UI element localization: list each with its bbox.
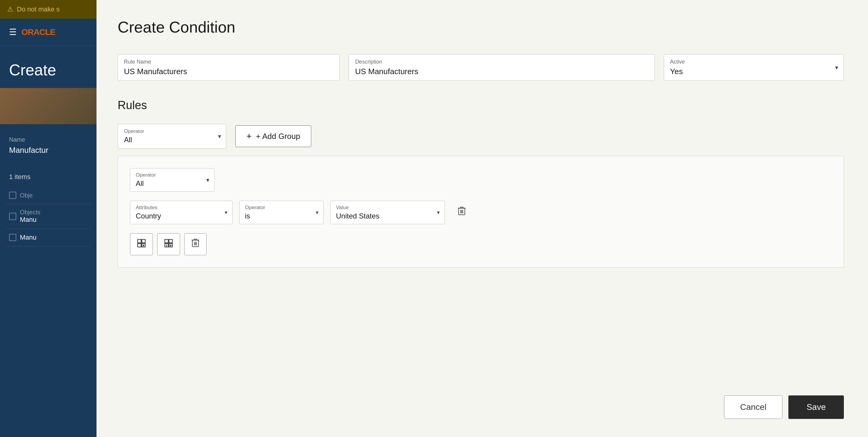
add-sub-group-icon [164, 239, 173, 250]
footer-row: Cancel Save [724, 395, 844, 419]
attributes-label: Attributes [136, 205, 218, 211]
group-operator-row: Operator All ▾ [130, 168, 832, 192]
svg-rect-14 [165, 240, 168, 243]
sidebar-name-value: Manufactur [9, 145, 88, 155]
delete-group-button[interactable] [184, 233, 207, 255]
condition-operator-label: Operator [245, 205, 309, 211]
sidebar-row2-checkbox[interactable] [9, 234, 16, 241]
active-label: Active [670, 59, 838, 65]
delete-condition-button[interactable] [458, 206, 466, 218]
group-operator-arrow: ▾ [206, 176, 209, 183]
active-dropdown-arrow[interactable]: ▾ [835, 64, 838, 71]
condition-operator-arrow: ▾ [316, 209, 318, 216]
group-box: Operator All ▾ Attributes Country ▾ Oper… [118, 156, 844, 268]
description-value[interactable]: US Manufacturers [355, 67, 648, 76]
value-arrow: ▾ [437, 209, 440, 216]
sidebar-row1-col-value: Manu [20, 216, 40, 224]
value-select[interactable]: Value United States ▾ [330, 201, 445, 224]
condition-row: Attributes Country ▾ Operator is ▾ Value… [130, 201, 832, 224]
add-group-label: + Add Group [256, 132, 300, 141]
svg-rect-10 [138, 243, 141, 247]
attributes-value: Country [136, 212, 218, 220]
hamburger-icon[interactable]: ☰ [9, 27, 17, 37]
sidebar-row1-checkbox[interactable] [9, 213, 16, 220]
delete-group-icon [191, 238, 200, 250]
sidebar-image [0, 88, 96, 124]
rules-section-title: Rules [118, 99, 844, 112]
sidebar-row1-col-label: Objects [20, 209, 40, 216]
add-condition-button[interactable] [130, 233, 153, 255]
rule-name-field[interactable]: Rule Name US Manufacturers [118, 54, 340, 81]
group-operator-value: All [136, 179, 200, 188]
svg-rect-9 [142, 240, 145, 243]
sidebar-table-row1: Objects Manu [6, 204, 91, 229]
save-button[interactable]: Save [788, 395, 844, 419]
oracle-logo: ORACLE [22, 27, 55, 37]
sidebar-warning: ⚠ Do not make s [0, 0, 96, 19]
svg-rect-8 [138, 240, 141, 243]
top-operator-label: Operator [124, 128, 211, 134]
group-operator-label: Operator [136, 172, 200, 178]
condition-operator-value: is [245, 212, 309, 220]
svg-rect-15 [169, 240, 172, 243]
sidebar-page-title: Create [0, 46, 96, 79]
sidebar-warning-text: Do not make s [17, 5, 60, 13]
main-modal: Create Condition Rule Name US Manufactur… [96, 0, 868, 437]
top-operator-select[interactable]: Operator All ▾ [118, 124, 226, 148]
add-group-button[interactable]: + + Add Group [235, 125, 311, 147]
add-sub-group-button[interactable] [157, 233, 180, 255]
sidebar-name-section: Name Manufactur [0, 124, 96, 167]
modal-title: Create Condition [118, 18, 844, 36]
add-condition-icon [137, 239, 146, 250]
operator-select[interactable]: Operator is ▾ [239, 201, 323, 224]
rule-name-label: Rule Name [124, 59, 333, 65]
top-operator-row: Operator All ▾ + + Add Group [118, 124, 844, 148]
sidebar-col1-label: Obje [20, 192, 33, 199]
sidebar-row2-value: Manu [20, 234, 36, 241]
description-field[interactable]: Description US Manufacturers [349, 54, 654, 81]
form-fields-row: Rule Name US Manufacturers Description U… [118, 54, 844, 81]
cancel-button[interactable]: Cancel [724, 395, 782, 419]
value-label: Value [336, 205, 430, 211]
description-label: Description [355, 59, 648, 65]
top-operator-value: All [124, 136, 211, 144]
plus-icon: + [246, 131, 252, 141]
attributes-select[interactable]: Attributes Country ▾ [130, 201, 232, 224]
sidebar-name-label: Name [9, 136, 88, 143]
delete-condition-icon [458, 206, 466, 218]
active-field[interactable]: Active Yes ▾ [664, 54, 844, 81]
sidebar-header-checkbox[interactable] [9, 192, 16, 199]
attributes-arrow: ▾ [225, 209, 227, 216]
group-operator-select[interactable]: Operator All ▾ [130, 168, 214, 192]
sidebar: ⚠ Do not make s ☰ ORACLE Create Name Man… [0, 0, 96, 437]
sidebar-table-row2: Manu [6, 229, 91, 246]
top-operator-arrow: ▾ [218, 133, 221, 140]
sidebar-items-count: 1 items [0, 167, 96, 187]
sidebar-table-header: Obje [6, 187, 91, 204]
active-value: Yes [670, 67, 838, 76]
sidebar-table: Obje Objects Manu Manu [0, 187, 96, 246]
sidebar-header: ☰ ORACLE [0, 19, 96, 46]
group-actions [130, 233, 832, 255]
rule-name-value[interactable]: US Manufacturers [124, 67, 333, 76]
warning-icon: ⚠ [7, 5, 13, 13]
value-value: United States [336, 212, 430, 220]
